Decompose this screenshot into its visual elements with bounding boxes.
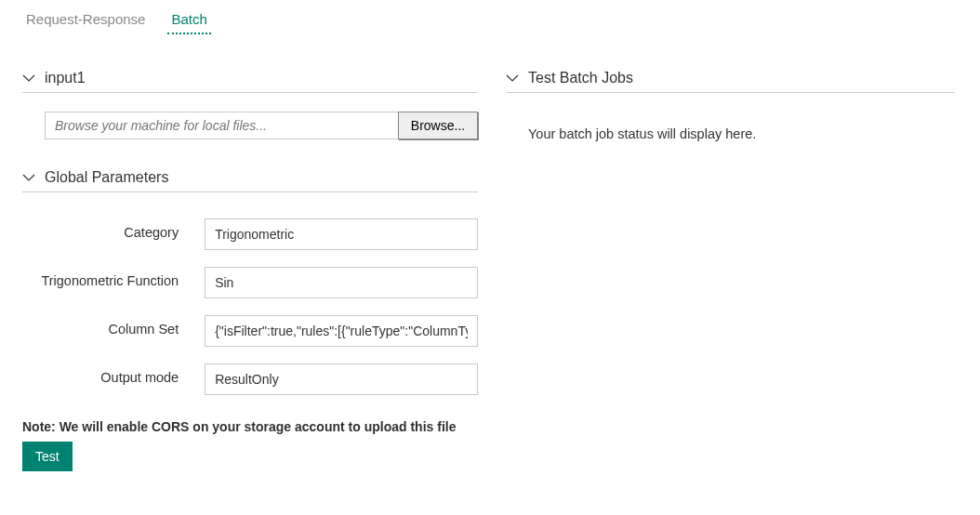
cors-note: Note: We will enable CORS on your storag… [22, 419, 478, 434]
section-title-global-parameters: Global Parameters [45, 169, 168, 186]
section-header-global-parameters[interactable]: Global Parameters [22, 167, 478, 192]
section-header-input1[interactable]: input1 [22, 68, 478, 93]
input-trig-function[interactable] [205, 267, 478, 298]
section-title-input1: input1 [45, 70, 86, 86]
tab-batch[interactable]: Batch [167, 7, 210, 34]
test-button[interactable]: Test [22, 442, 73, 471]
tab-request-response[interactable]: Request-Response [22, 7, 149, 34]
tabs-bar: Request-Response Batch [7, 7, 973, 34]
section-header-test-batch-jobs[interactable]: Test Batch Jobs [506, 68, 954, 93]
chevron-down-icon [506, 72, 519, 85]
input-output-mode[interactable] [205, 363, 478, 395]
chevron-down-icon [22, 171, 35, 184]
input-column-set[interactable] [205, 315, 478, 347]
section-title-test-batch-jobs: Test Batch Jobs [528, 70, 633, 86]
batch-status-placeholder: Your batch job status will display here. [506, 112, 954, 141]
file-picker-row: Browse... [45, 112, 478, 139]
label-category: Category [22, 218, 205, 243]
label-trig-function: Trigonometric Function [22, 267, 205, 291]
file-path-input[interactable] [45, 112, 398, 139]
chevron-down-icon [22, 72, 35, 85]
label-output-mode: Output mode [22, 363, 205, 388]
browse-button[interactable]: Browse... [398, 112, 478, 139]
input-category[interactable] [205, 218, 478, 250]
label-column-set: Column Set [22, 315, 205, 339]
